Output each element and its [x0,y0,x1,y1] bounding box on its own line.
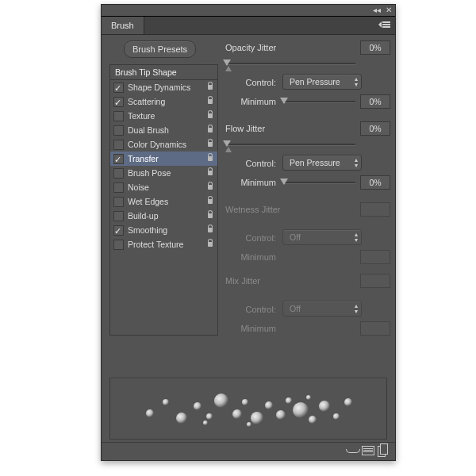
transfer-settings: Opacity Jitter 0% Control: Pen Pressure▴… [225,39,390,339]
lock-icon[interactable] [206,182,214,191]
option-scattering[interactable]: Scattering [110,94,217,109]
lock-icon[interactable] [206,139,214,148]
wetness-minimum-value [360,250,390,264]
checkbox[interactable] [113,225,124,236]
option-label: Color Dynamics [128,137,186,152]
option-wet-edges[interactable]: Wet Edges [110,194,217,209]
expand-icon[interactable] [225,66,232,71]
option-label: Brush Pose [128,166,171,180]
mix-minimum-value [360,321,390,336]
option-noise[interactable]: Noise [110,180,217,194]
checkbox[interactable] [113,168,124,178]
mix-jitter-label: Mix Jitter [225,276,260,286]
option-label: Texture [128,109,155,123]
lock-icon[interactable] [206,225,214,234]
option-color-dynamics[interactable]: Color Dynamics [110,137,217,152]
option-label: Protect Texture [128,237,183,251]
lock-icon[interactable] [206,239,214,248]
wetness-control-label: Control: [225,233,276,243]
checkbox[interactable] [113,154,124,164]
option-label: Dual Brush [128,123,169,137]
panel-content: Brush Presets Brush Tip Shape Shape Dyna… [102,34,395,460]
opacity-control-dropdown[interactable]: Pen Pressure▴▾ [282,74,362,90]
panel-dock-bar: ◂◂ ✕ [102,5,395,17]
option-label: Transfer [128,152,159,166]
keyboard-icon[interactable] [362,446,374,457]
checkbox[interactable] [113,211,124,221]
checkbox[interactable] [113,111,124,121]
flow-jitter-value[interactable]: 0% [360,121,390,136]
option-label: Build-up [128,209,159,223]
option-protect-texture[interactable]: Protect Texture [110,237,217,251]
tab-row: Brush [102,17,395,35]
option-label: Smoothing [128,223,167,237]
flow-control-label: Control: [225,159,276,168]
wetness-jitter-label: Wetness Jitter [225,205,281,214]
flyout-menu-icon[interactable] [381,19,392,29]
opacity-control-label: Control: [225,78,276,87]
checkbox[interactable] [113,197,124,207]
flow-jitter-label: Flow Jitter [225,124,265,133]
lock-icon[interactable] [206,125,214,134]
mix-minimum-label: Minimum [225,324,276,333]
option-dual-brush[interactable]: Dual Brush [110,123,217,137]
collapse-icon[interactable]: ◂◂ [373,6,381,14]
checkbox[interactable] [113,125,124,136]
lock-icon[interactable] [206,196,214,205]
close-icon[interactable]: ✕ [386,6,392,14]
lock-icon[interactable] [206,96,214,106]
lock-icon[interactable] [206,82,214,91]
wetness-minimum-label: Minimum [225,252,276,262]
opacity-jitter-label: Opacity Jitter [225,43,276,52]
flow-minimum-label: Minimum [225,178,276,187]
brush-panel: ◂◂ ✕ Brush Brush Presets Brush Tip Shape… [101,4,396,461]
checkbox[interactable] [113,83,124,93]
lock-icon[interactable] [206,167,214,177]
toggle-brush-panel-icon[interactable] [346,446,359,457]
brush-stroke-preview [109,378,387,440]
expand-icon[interactable] [225,147,232,152]
option-label: Noise [128,180,149,194]
list-header-brush-tip-shape[interactable]: Brush Tip Shape [110,65,217,80]
checkbox[interactable] [113,182,124,193]
option-build-up[interactable]: Build-up [110,209,217,223]
opacity-jitter-value[interactable]: 0% [360,40,390,55]
option-label: Shape Dynamics [128,80,190,94]
brush-options-list: Brush Tip Shape Shape DynamicsScattering… [109,64,218,336]
checkbox[interactable] [113,97,124,107]
lock-icon[interactable] [206,110,214,120]
panel-footer [102,442,395,460]
flow-minimum-slider[interactable] [282,177,355,186]
lock-icon[interactable] [206,153,214,163]
checkbox[interactable] [113,240,124,250]
option-label: Scattering [128,94,165,109]
option-transfer[interactable]: Transfer [110,152,217,166]
lock-icon[interactable] [206,210,214,220]
option-brush-pose[interactable]: Brush Pose [110,166,217,180]
mix-control-dropdown: Off▴▾ [282,301,362,317]
wetness-jitter-value [360,202,390,217]
option-label: Wet Edges [128,194,168,209]
opacity-minimum-value[interactable]: 0% [360,94,390,109]
option-texture[interactable]: Texture [110,109,217,123]
option-shape-dynamics[interactable]: Shape Dynamics [110,80,217,94]
flow-control-dropdown[interactable]: Pen Pressure▴▾ [282,155,362,171]
mix-jitter-value [360,274,390,288]
wetness-control-dropdown: Off▴▾ [282,229,362,245]
brush-presets-button[interactable]: Brush Presets [124,40,196,58]
opacity-minimum-label: Minimum [225,97,276,106]
mix-control-label: Control: [225,305,276,314]
option-smoothing[interactable]: Smoothing [110,223,217,237]
flow-minimum-value[interactable]: 0% [360,175,390,190]
checkbox[interactable] [113,140,124,150]
opacity-minimum-slider[interactable] [282,96,355,106]
new-preset-icon[interactable] [378,446,390,457]
tab-brush[interactable]: Brush [102,17,144,34]
